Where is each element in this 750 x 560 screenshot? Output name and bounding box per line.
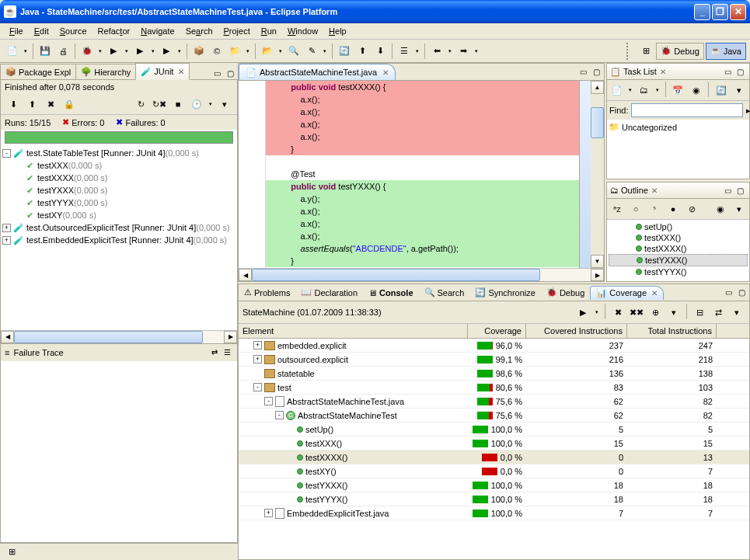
perspective-java[interactable]: ☕Java [706,43,746,60]
open-type-button[interactable]: 📂 [259,43,276,60]
outline-hide-nonpublic-button[interactable]: ● [665,200,682,217]
junit-tree-item[interactable]: ✔testXXXX (0,000 s) [2,172,235,184]
task-category-button[interactable]: 🗂 [636,82,652,99]
coverage-row[interactable]: +embedded.explicit96,0 %237247 [239,339,749,353]
coverage-row[interactable]: +outsourced.explicit99,1 %216218 [239,353,749,367]
close-icon[interactable]: ✕ [651,186,658,195]
minimize-view-button[interactable]: ▭ [211,67,223,79]
junit-show-fail-button[interactable]: ✖ [42,96,59,113]
maximize-view-button[interactable]: ▢ [735,287,748,299]
junit-tree-item[interactable]: ✔testXXX (0,000 s) [2,159,235,172]
bottom-tab-synchronize[interactable]: 🔄Synchronize [469,286,541,299]
editor-hscrollbar[interactable]: ◀▶ [239,268,604,281]
editor-vscrollbar[interactable]: ▲ ▼ [591,81,604,268]
close-icon[interactable]: ✕ [382,68,389,77]
coverage-row[interactable]: testYXXX()100,0 %1818 [239,478,749,492]
perspective-debug[interactable]: 🐞Debug [656,43,703,60]
task-menu-button[interactable]: ▾ [731,82,748,99]
task-focus-button[interactable]: ◉ [688,82,704,99]
junit-hscrollbar[interactable]: ◀▶ [1,330,237,343]
outline-sort-button[interactable]: ᵃz [609,200,626,217]
fast-view-button[interactable]: ⊞ [3,544,20,561]
editor-body[interactable]: public void testXXXX() { a.x(); a.x(); a… [239,81,604,268]
junit-next-fail-button[interactable]: ⬇ [5,96,22,113]
junit-tree-item[interactable]: -🧪test.StateTableTest [Runner: JUnit 4] … [2,147,235,159]
coverage-row[interactable]: setUp()100,0 %55 [239,423,749,437]
bottom-tab-coverage[interactable]: 📊Coverage✕ [590,286,664,300]
new-dropdown[interactable]: ▾ [22,48,30,54]
col-covered[interactable]: Covered Instructions [526,324,627,338]
update-button[interactable]: ⬇ [372,43,389,60]
junit-tree-item[interactable]: +🧪test.EmbeddedExplicitTest [Runner: JUn… [2,234,235,246]
junit-test-tree[interactable]: -🧪test.StateTableTest [Runner: JUnit 4] … [1,145,237,330]
coverage-row[interactable]: testXXX()100,0 %1515 [239,437,749,450]
col-element[interactable]: Element [239,324,468,338]
window-minimize-button[interactable]: _ [694,4,710,20]
close-icon[interactable]: ✕ [178,68,184,76]
junit-tree-item[interactable]: ✔testYXXX (0,000 s) [2,184,235,197]
junit-tree-item[interactable]: ✔testXY (0,000 s) [2,209,235,221]
junit-tree-item[interactable]: ✔testYYYX (0,000 s) [2,197,235,209]
menu-source[interactable]: Source [54,25,92,37]
maximize-editor-button[interactable]: ▢ [590,66,602,78]
bottom-tab-debug[interactable]: 🐞Debug [541,286,590,299]
junit-rerun-button[interactable]: ↻ [132,96,149,113]
coverage-button[interactable]: ▶ [158,43,175,60]
coverage-link-button[interactable]: ⇄ [710,304,727,321]
task-sched-button[interactable]: 📅 [670,82,686,99]
open-perspective-button[interactable]: ⊞ [637,43,654,60]
tab-junit[interactable]: 🧪 JUnit✕ [135,63,190,80]
junit-history-button[interactable]: 🕑 [188,96,205,113]
coverage-row[interactable]: -AbstractStateMachineTest.java75,6 %6282 [239,395,749,409]
maximize-view-button[interactable]: ▢ [734,184,746,197]
junit-menu-button[interactable]: ▾ [216,96,233,113]
task-button[interactable]: ✎ [303,43,320,60]
new-pkg-button[interactable]: 📦 [190,43,208,60]
outline-item[interactable]: setUp() [609,221,748,232]
menu-run[interactable]: Run [256,25,282,37]
coverage-dropdown-button[interactable]: ▾ [665,304,682,321]
outline-item[interactable]: testYYYX() [609,266,748,277]
coverage-row[interactable]: -test80,6 %83103 [239,381,749,395]
menu-window[interactable]: Window [282,25,323,37]
perspective-switcher-icon[interactable] [626,43,633,60]
outline-menu-button[interactable]: ▾ [731,200,748,217]
menu-edit[interactable]: Edit [29,25,54,37]
junit-lock-button[interactable]: 🔒 [61,96,78,113]
col-total[interactable]: Total Instructions [627,324,717,338]
coverage-row[interactable]: testYYYX()100,0 %1818 [239,492,749,506]
coverage-collapse-button[interactable]: ⊟ [691,304,708,321]
back-button[interactable]: ⬅ [428,43,445,60]
outline-item[interactable]: testXXXX() [609,243,748,254]
junit-stop-button[interactable]: ■ [169,96,187,113]
outline-hide-local-button[interactable]: ⊘ [683,200,700,217]
minimize-view-button[interactable]: ▭ [722,287,734,299]
task-find-input[interactable] [631,103,743,117]
new-class-button[interactable]: © [208,43,225,60]
print-button[interactable]: 🖨 [54,43,72,60]
maximize-view-button[interactable]: ▢ [734,65,746,78]
window-close-button[interactable]: ✕ [730,4,746,20]
outline-hide-static-button[interactable]: ˢ [646,200,663,217]
task-sync-button[interactable]: 🔄 [713,82,729,99]
coverage-row[interactable]: statetable98,6 %136138 [239,367,749,381]
coverage-removeall-button[interactable]: ✖✖ [628,304,645,321]
close-icon[interactable]: ✕ [660,68,666,76]
coverage-remove-button[interactable]: ✖ [609,304,626,321]
minimize-view-button[interactable]: ▭ [721,65,734,78]
coverage-row[interactable]: testXY()0,0 %07 [239,464,749,478]
task-category-uncategorized[interactable]: 📁 Uncategorized [609,121,748,133]
save-button[interactable]: 💾 [37,43,54,60]
coverage-menu-button[interactable]: ▾ [728,304,745,321]
outline-item[interactable]: testYXXX() [609,254,748,266]
run-last-button[interactable]: ▶ [131,43,148,60]
bottom-tab-declaration[interactable]: 📖Declaration [295,286,363,299]
menu-file[interactable]: File [4,25,29,37]
new-button[interactable]: 📄 [4,43,21,60]
run-button[interactable]: ▶ [105,43,122,60]
task-new-button[interactable]: 📄 [609,82,625,99]
commit-button[interactable]: ⬆ [354,43,371,60]
tab-package-explorer[interactable]: 📦 Package Expl [0,64,76,79]
coverage-table[interactable]: Element Coverage Covered Instructions To… [239,324,749,559]
menu-refactor[interactable]: Refactor [92,25,136,37]
